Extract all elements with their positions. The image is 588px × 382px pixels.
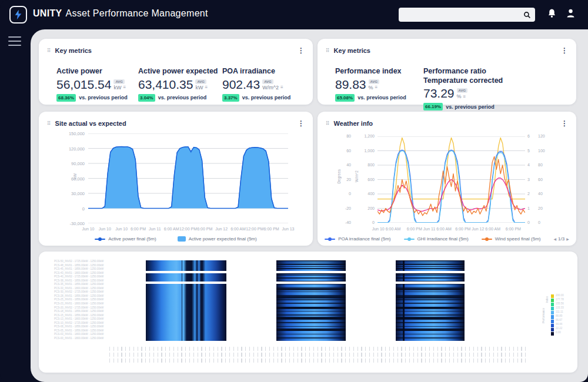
heatmap-panel-3 [396, 260, 465, 341]
y-axis-tick-label: 80 [538, 163, 550, 167]
metric-unit: kW [113, 85, 121, 91]
drag-handle-icon[interactable]: ⠿ [326, 48, 330, 53]
legend-item[interactable]: Wind speed final (5m) [482, 236, 541, 242]
y-axis-tick-label: 800 [353, 163, 375, 167]
heatmap-x-axis-labels-row [109, 353, 528, 357]
colorbar-tick-label: 177.78 [556, 298, 564, 301]
metric-unit-row: %≡ [369, 85, 378, 91]
y-axis-tick-label: 120 [538, 134, 550, 138]
drag-handle-icon[interactable]: ⠿ [326, 121, 330, 126]
search-input[interactable] [399, 11, 523, 18]
y-axis-tick-label: 150,000 [56, 131, 85, 136]
colorbar-segment [551, 307, 554, 310]
colorbar-tick-label: 0.00 [556, 331, 561, 334]
y-axis-tick-label: 60,000 [56, 176, 85, 182]
card-header: ⠿ Key metrics ⋮ [318, 39, 576, 56]
legend-item[interactable]: POA irradiance final (5m) [325, 236, 390, 242]
series-menu-icon[interactable]: ≡ [205, 85, 208, 90]
legend-line-dot-marker [325, 236, 335, 242]
series-menu-icon[interactable]: ≡ [123, 85, 126, 90]
y-axis-tick-label: 60 [538, 177, 550, 182]
colorbar-segment [551, 328, 554, 331]
search-bar[interactable] [399, 8, 535, 22]
y-axis-title: W/m^2 [355, 170, 359, 182]
chart-legend: Active power final (5m)Active power expe… [39, 236, 313, 242]
x-axis-tick-label: 6:00 PM Jun 11 6:00 AM [403, 227, 456, 231]
heatmap-panel-1 [146, 260, 226, 341]
y-axis-tick-label: 3 [527, 177, 534, 182]
legend-square-marker [178, 236, 186, 242]
user-avatar-icon[interactable] [566, 8, 576, 21]
y-axis-tick-label: 40 [335, 163, 351, 167]
y-axis-tick-label: 4 [527, 163, 534, 167]
change-badge: 68.36% [56, 94, 76, 102]
notifications-bell-icon[interactable] [547, 8, 557, 21]
colorbar-tick-label: 155.56 [556, 302, 564, 305]
y-axis-tick-label: 5 [527, 149, 534, 153]
card-title: Weather info [334, 120, 373, 127]
heatmap-x-axis-labels-row [109, 347, 528, 351]
metric-block: Performance ratio Temperature corrected7… [423, 67, 503, 110]
metric-block: POA irradiance902.43AVGW/m^2≡3.37%vs. pr… [222, 67, 290, 102]
colorbar-tick-label: 200.00 [556, 294, 564, 297]
series-menu-icon[interactable]: ≡ [463, 94, 466, 99]
card-title: Site actual vs expected [55, 120, 126, 127]
metric-block: Active power expected63,410.35AVGkW≡3.04… [138, 67, 222, 102]
legend-item[interactable]: Active power expected final (5m) [178, 236, 257, 242]
metric-change-row: 65.08%vs. previous period [335, 94, 423, 102]
colorbar-segment [551, 303, 554, 306]
menu-hamburger-icon[interactable] [8, 36, 21, 46]
y-axis-tick-label: 120,000 [56, 146, 85, 152]
change-badge: 66.19% [423, 103, 443, 110]
colorbar-tick-label: 133.33 [556, 306, 564, 309]
y-axis-tick-label: 1,000 [353, 149, 375, 153]
app-title: UNITYAsset Performance Management [33, 8, 208, 19]
series-menu-icon[interactable]: ≡ [280, 85, 283, 90]
metrics-row: Performance index89.83AVG%≡65.08%vs. pre… [335, 67, 570, 110]
weather-info-card: ⠿ Weather info ⋮ 806040200-20-401,2001,0… [318, 112, 576, 246]
metric-change-row: 3.37%vs. previous period [222, 94, 290, 102]
colorbar-tick-label: 22.22 [556, 327, 562, 330]
metric-value: 56,015.54 [56, 78, 111, 91]
y-axis-tick-label: 80 [335, 134, 351, 138]
card-menu-icon[interactable]: ⋮ [298, 120, 305, 127]
drag-handle-icon[interactable]: ⠿ [47, 48, 51, 53]
y-axis-tick-label: 90,000 [56, 161, 85, 166]
search-icon[interactable] [523, 11, 531, 19]
metric-value: 89.83 [335, 78, 366, 91]
change-period-label: vs. previous period [242, 95, 291, 100]
card-menu-icon[interactable]: ⋮ [561, 47, 568, 54]
heatmap-panel-2 [276, 260, 346, 341]
colorbar-segment [551, 311, 554, 314]
metric-unit-row: kW≡ [113, 85, 126, 91]
avg-badge: AVG [113, 79, 125, 84]
legend-prev-icon[interactable]: ◀ [553, 237, 556, 241]
card-menu-icon[interactable]: ⋮ [298, 47, 305, 54]
metric-unit-row: W/m^2≡ [262, 85, 283, 91]
metric-label: Active power expected [138, 67, 222, 76]
legend-item[interactable]: Active power final (5m) [95, 236, 156, 242]
metric-unit: W/m^2 [262, 85, 279, 91]
card-title: Key metrics [55, 47, 92, 54]
avg-badge: AVG [369, 79, 380, 84]
heatmap-row-label: PCS-00_INV01 - 1800.00kW - 1250.00kW [54, 337, 142, 341]
metrics-row: Active power56,015.54AVGkW≡68.36%vs. pre… [56, 67, 307, 102]
legend-item[interactable]: GHI irradiance final (5m) [404, 236, 469, 242]
metric-block: Performance index89.83AVG%≡65.08%vs. pre… [335, 67, 423, 102]
y-axis-tick-label: 1 [527, 206, 534, 210]
legend-next-icon[interactable]: ▶ [566, 237, 569, 241]
metric-value: 73.29 [423, 87, 455, 99]
app-title-rest: Asset Performance Management [66, 8, 208, 18]
y-axis-title: kW [73, 173, 77, 179]
y-axis-tick-label: 0 [335, 192, 351, 196]
colorbar-tick-label: 88.89 [556, 314, 562, 317]
metric-value-row: 56,015.54AVGkW≡ [56, 78, 138, 91]
series-menu-icon[interactable]: ≡ [375, 85, 378, 90]
card-header: ⠿ Site actual vs expected ⋮ [39, 112, 313, 129]
y-axis-tick-label: -20 [335, 206, 351, 210]
colorbar-tick-label: 111.11 [556, 310, 563, 313]
card-menu-icon[interactable]: ⋮ [561, 120, 568, 127]
drag-handle-icon[interactable]: ⠿ [47, 121, 51, 126]
metric-unit-stack: AVGW/m^2≡ [262, 79, 283, 91]
y-axis-tick-label: 400 [353, 192, 375, 196]
